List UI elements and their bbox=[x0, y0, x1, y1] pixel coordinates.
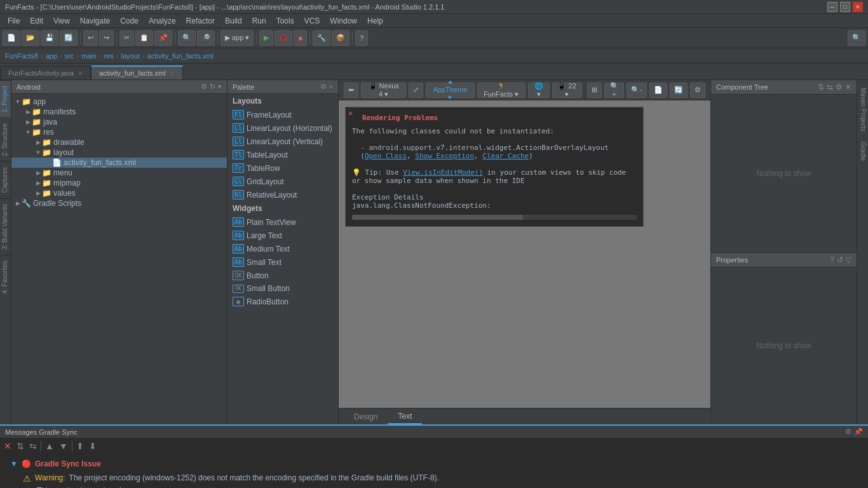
tree-item-gradle-scripts[interactable]: ▶ 🔧 Gradle Scripts bbox=[11, 198, 227, 208]
toolbar-cut-btn[interactable]: ✂ bbox=[119, 30, 134, 46]
tree-item-layout[interactable]: ▼ 📁 layout bbox=[11, 147, 227, 158]
menu-analyze[interactable]: Analyze bbox=[144, 15, 181, 27]
design-zoom-out-btn[interactable]: 🔍- bbox=[627, 83, 647, 98]
tree-item-manifests[interactable]: ▶ 📁 manifests bbox=[11, 107, 227, 117]
breadcrumb-app[interactable]: app bbox=[46, 52, 57, 60]
bottom-collapse-btn[interactable]: ⇆ bbox=[28, 440, 38, 452]
palette-item-small-button[interactable]: OK Small Button bbox=[227, 282, 338, 295]
menu-help[interactable]: Help bbox=[362, 15, 388, 27]
show-exception-link[interactable]: Show Exception bbox=[415, 152, 474, 160]
tab-activity-xml[interactable]: activity_fun_facts.xml ✕ bbox=[91, 65, 183, 79]
palette-item-button[interactable]: OK Button bbox=[227, 269, 338, 282]
tab-activity-xml-close[interactable]: ✕ bbox=[170, 70, 175, 77]
menu-build[interactable]: Build bbox=[220, 15, 247, 27]
palette-item-tablerow[interactable]: Tr TableRow bbox=[227, 161, 338, 175]
tab-funfacts-activity-close[interactable]: ✕ bbox=[78, 70, 83, 77]
toolbar-copy-btn[interactable]: 📋 bbox=[135, 30, 153, 46]
left-tab-favorites[interactable]: 4: Favorites bbox=[0, 255, 11, 299]
tree-item-values[interactable]: ▶ 📁 values bbox=[11, 188, 227, 198]
toolbar-stop-btn[interactable]: ■ bbox=[294, 30, 307, 46]
properties-help-icon[interactable]: ? bbox=[830, 255, 834, 264]
rendering-problems-close-btn[interactable]: ✕ bbox=[348, 109, 353, 118]
left-tab-structure[interactable]: 2: Structure bbox=[0, 118, 11, 161]
toolbar-replace-btn[interactable]: 🔎 bbox=[197, 30, 215, 46]
bottom-clear-btn[interactable]: ✕ bbox=[3, 440, 13, 452]
design-zoom-reset-btn[interactable]: 📄 bbox=[649, 83, 667, 98]
tree-item-menu[interactable]: ▶ 📁 menu bbox=[11, 168, 227, 178]
toolbar-paste-btn[interactable]: 📌 bbox=[154, 30, 172, 46]
breadcrumb-xml[interactable]: activity_fun_facts.xml bbox=[147, 52, 214, 60]
toolbar-undo-btn[interactable]: ↩ bbox=[83, 30, 98, 46]
bottom-panel-pin-icon[interactable]: 📌 bbox=[854, 428, 863, 436]
design-tab-text[interactable]: Text bbox=[388, 409, 422, 424]
minimize-button[interactable]: ─ bbox=[827, 2, 837, 12]
project-panel-settings-icon[interactable]: ⚙ bbox=[201, 83, 207, 91]
component-tree-expand-icon[interactable]: ⇅ bbox=[818, 83, 824, 92]
menu-window[interactable]: Window bbox=[325, 15, 362, 27]
design-activity-selector[interactable]: 🏃 FunFacts ▾ bbox=[477, 83, 526, 98]
menu-view[interactable]: View bbox=[48, 15, 75, 27]
palette-item-linearlayout-h[interactable]: Ll LinearLayout (Horizontal) bbox=[227, 121, 338, 135]
toolbar-refresh-btn[interactable]: 🔄 bbox=[60, 30, 78, 46]
properties-filter-icon[interactable]: ▽ bbox=[846, 255, 851, 264]
right-tab-gradle[interactable]: Gradle bbox=[857, 137, 868, 166]
palette-settings-icon[interactable]: ⚙ bbox=[320, 83, 327, 91]
properties-reset-icon[interactable]: ↺ bbox=[837, 255, 843, 264]
menu-navigate[interactable]: Navigate bbox=[75, 15, 115, 27]
palette-item-linearlayout-v[interactable]: Ll LinearLayout (Vertical) bbox=[227, 135, 338, 148]
design-toolbar-arrow-btn[interactable]: ⬅ bbox=[344, 83, 358, 98]
design-locale-btn[interactable]: 🌐 ▾ bbox=[528, 83, 550, 98]
palette-item-tablelayout[interactable]: Tl TableLayout bbox=[227, 148, 338, 161]
tree-item-mipmap[interactable]: ▶ 📁 mipmap bbox=[11, 178, 227, 188]
project-panel-sync-icon[interactable]: ↻ bbox=[210, 83, 215, 91]
toolbar-new-btn[interactable]: 📄 bbox=[3, 30, 20, 46]
breadcrumb-funfacts8[interactable]: FunFacts8 bbox=[5, 52, 38, 60]
design-theme-selector[interactable]: ● AppTheme ▾ bbox=[426, 83, 474, 98]
bottom-panel-settings-icon[interactable]: ⚙ bbox=[845, 428, 851, 436]
design-zoom-fit-btn[interactable]: ⊞ bbox=[587, 83, 602, 98]
design-refresh-btn[interactable]: 🔄 bbox=[670, 83, 688, 98]
toolbar-search-btn[interactable]: 🔍 bbox=[178, 30, 196, 46]
open-class-link[interactable]: Open Class bbox=[365, 152, 407, 160]
breadcrumb-src[interactable]: src bbox=[65, 52, 74, 60]
toolbar-debug-btn[interactable]: 🐞 bbox=[275, 30, 292, 46]
bottom-import-btn[interactable]: ⬆ bbox=[75, 440, 85, 452]
palette-item-plain-textview[interactable]: Ab Plain TextView bbox=[227, 215, 338, 229]
toolbar-save-btn[interactable]: 💾 bbox=[41, 30, 58, 46]
toolbar-global-search-btn[interactable]: 🔍 bbox=[848, 30, 865, 46]
design-device-selector[interactable]: 📱 Nexus 4 ▾ bbox=[361, 83, 406, 98]
bottom-expand-btn[interactable]: ⇅ bbox=[15, 440, 25, 452]
breadcrumb-layout[interactable]: layout bbox=[121, 52, 139, 60]
toolbar-run-btn[interactable]: ▶ bbox=[259, 30, 273, 46]
menu-run[interactable]: Run bbox=[247, 15, 271, 27]
palette-item-large-text[interactable]: Ab Large Text bbox=[227, 229, 338, 242]
bottom-export-btn[interactable]: ⬇ bbox=[88, 440, 98, 452]
palette-item-radiobutton[interactable]: ◉ RadioButton bbox=[227, 295, 338, 308]
palette-more-icon[interactable]: + bbox=[329, 83, 333, 91]
menu-file[interactable]: File bbox=[3, 15, 25, 27]
menu-vcs[interactable]: VCS bbox=[299, 15, 325, 27]
palette-item-framelayout[interactable]: Fl FrameLayout bbox=[227, 108, 338, 121]
palette-item-relativelayout[interactable]: Rl RelativeLayout bbox=[227, 188, 338, 201]
toolbar-help-btn[interactable]: ? bbox=[355, 30, 368, 46]
tab-funfacts-activity[interactable]: FunFactsActivity.java ✕ bbox=[0, 66, 91, 79]
tree-item-java[interactable]: ▶ 📁 java bbox=[11, 117, 227, 127]
left-tab-project[interactable]: 1: Project bbox=[0, 80, 11, 118]
toolbar-redo-btn[interactable]: ↪ bbox=[99, 30, 114, 46]
menu-refactor[interactable]: Refactor bbox=[181, 15, 220, 27]
design-sdk-selector[interactable]: 📱 22 ▾ bbox=[552, 83, 582, 98]
left-tab-build-variants[interactable]: 3: Build Variants bbox=[0, 198, 11, 255]
tree-item-activity-xml[interactable]: ▶ 📄 activity_fun_facts.xml bbox=[11, 158, 227, 168]
breadcrumb-res[interactable]: res bbox=[104, 52, 114, 60]
bottom-up-btn[interactable]: ▲ bbox=[44, 440, 55, 452]
clear-cache-link[interactable]: Clear Cache bbox=[482, 152, 529, 160]
component-tree-settings-icon[interactable]: ⚙ bbox=[836, 83, 843, 92]
design-zoom-in-btn[interactable]: 🔍+ bbox=[604, 83, 625, 98]
design-settings-btn[interactable]: ⚙ bbox=[690, 83, 705, 98]
view-iseditmode-link[interactable]: View.isInEditMode() bbox=[403, 168, 483, 177]
bottom-down-btn[interactable]: ▼ bbox=[58, 440, 69, 452]
tree-item-app[interactable]: ▼ 📁 app bbox=[11, 97, 227, 107]
palette-item-gridlayout[interactable]: Gl GridLayout bbox=[227, 175, 338, 188]
tree-item-drawable[interactable]: ▶ 📁 drawable bbox=[11, 137, 227, 147]
toolbar-app-dropdown[interactable]: ▶ app ▾ bbox=[220, 30, 254, 46]
